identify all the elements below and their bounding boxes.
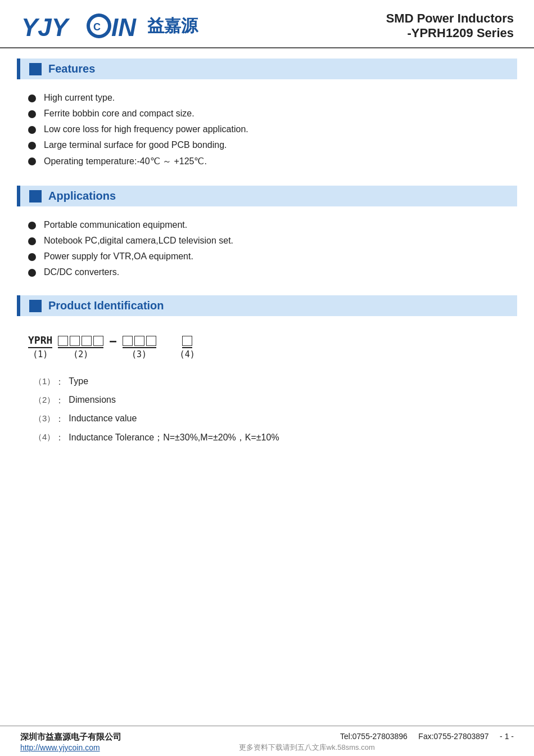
pn-label-1: (1) <box>33 349 48 359</box>
application-text: DC/DC converters. <box>44 267 119 277</box>
pn-box <box>134 336 144 346</box>
list-item: Large terminal surface for good PCB bond… <box>28 140 517 150</box>
desc-colon-1: ： <box>55 376 64 388</box>
features-section-bar: Features <box>17 58 517 79</box>
application-text: Notebook PC,digital camera,LCD televisio… <box>44 236 233 246</box>
feature-text: Ferrite bobbin core and compact size. <box>44 109 194 119</box>
feature-text: Low core loss for high frequency power a… <box>44 124 248 134</box>
bullet-icon <box>28 126 36 134</box>
bullet-icon <box>28 158 36 165</box>
footer-contact: Tel:0755-27803896 Fax:0755-27803897 - 1 … <box>340 732 514 741</box>
applications-icon <box>29 190 42 202</box>
header: YJY C IN 益嘉源 SMD Power Inductors -YPRH12… <box>0 0 534 48</box>
bullet-icon <box>28 110 36 118</box>
applications-list: Portable communication equipment. Notebo… <box>0 212 534 285</box>
product-id-title: Product Identification <box>48 299 164 312</box>
product-id-content: YPRH (1) (2) − <box>0 322 534 455</box>
footer-url-link[interactable]: http://www.yjycoin.com <box>20 743 100 752</box>
pn-box <box>123 336 133 346</box>
pn-boxes-row <box>182 336 192 346</box>
pn-separator: − <box>109 334 116 348</box>
list-item: High current type. <box>28 93 517 103</box>
title-line2: -YPRH1209 Series <box>386 26 514 40</box>
pn-boxes-row <box>58 336 103 346</box>
pn-box <box>58 336 68 346</box>
desc-num-4: （4） <box>34 432 55 443</box>
description-list: （1） ： Type （2） ： Dimensions （3） ： Induct… <box>17 365 517 455</box>
pn-label-3: (3) <box>132 349 147 359</box>
pn-box <box>182 336 192 346</box>
feature-text: Operating temperature:-40℃ ～ +125℃. <box>44 156 207 168</box>
bullet-icon <box>28 237 36 245</box>
list-item: （4） ： Inductance Tolerance；N=±30%,M=±20%… <box>34 432 506 444</box>
feature-text: Large terminal surface for good PCB bond… <box>44 140 227 150</box>
list-item: Portable communication equipment. <box>28 220 517 230</box>
features-list: High current type. Ferrite bobbin core a… <box>0 85 534 176</box>
pn-label-2: (2) <box>73 349 88 359</box>
product-id-icon <box>29 300 42 312</box>
footer-company-name: 深圳市益嘉源电子有限公司 <box>20 732 121 742</box>
pn-box-1 <box>182 336 192 348</box>
desc-text-1: Type <box>69 376 88 386</box>
bullet-icon <box>28 142 36 150</box>
list-item: DC/DC converters. <box>28 267 517 277</box>
pn-boxes-row <box>123 336 156 346</box>
desc-text-4: Inductance Tolerance；N=±30%,M=±20%，K=±10… <box>69 432 279 444</box>
desc-num-3: （3） <box>34 413 55 424</box>
pn-label-4: (4) <box>180 349 195 359</box>
desc-num-1: （1） <box>34 376 55 387</box>
list-item: （1） ： Type <box>34 376 506 388</box>
list-item: （3） ： Inductance value <box>34 413 506 425</box>
document-title: SMD Power Inductors -YPRH1209 Series <box>386 11 514 40</box>
footer-company-block: 深圳市益嘉源电子有限公司 <box>20 732 121 742</box>
list-item: Low core loss for high frequency power a… <box>28 124 517 134</box>
logo-area: YJY C IN 益嘉源 <box>20 10 198 42</box>
footer-fax-text: Fax:0755-27803897 <box>418 732 488 741</box>
bullet-icon <box>28 222 36 230</box>
pn-boxes-4 <box>58 336 103 348</box>
footer-bottom: http://www.yjycoin.com 更多资料下载请到五八文库wk.58… <box>20 742 514 753</box>
desc-colon-4: ： <box>55 432 64 444</box>
svg-text:C: C <box>93 21 101 33</box>
features-icon <box>29 63 42 75</box>
logo-svg: YJY C IN <box>20 10 144 42</box>
list-item: Operating temperature:-40℃ ～ +125℃. <box>28 156 517 168</box>
desc-text-3: Inductance value <box>69 413 137 424</box>
pn-boxes-3 <box>123 336 156 348</box>
list-item: Ferrite bobbin core and compact size. <box>28 109 517 119</box>
list-item: Power supply for VTR,OA equipment. <box>28 251 517 262</box>
application-text: Portable communication equipment. <box>44 220 187 230</box>
feature-text: High current type. <box>44 93 115 103</box>
pn-group-3: (3) <box>123 336 156 359</box>
pn-group-2: (2) <box>58 336 103 359</box>
bullet-icon <box>28 94 36 102</box>
bullet-icon <box>28 253 36 261</box>
desc-text-2: Dimensions <box>69 395 116 405</box>
footer: 深圳市益嘉源电子有限公司 Tel:0755-27803896 Fax:0755-… <box>0 726 534 756</box>
pn-prefix: YPRH <box>28 334 52 348</box>
application-text: Power supply for VTR,OA equipment. <box>44 251 193 262</box>
bullet-icon <box>28 269 36 277</box>
svg-text:YJY: YJY <box>21 14 70 41</box>
desc-colon-3: ： <box>55 413 64 425</box>
footer-top: 深圳市益嘉源电子有限公司 Tel:0755-27803896 Fax:0755-… <box>20 732 514 742</box>
footer-watermark: 更多资料下载请到五八文库wk.58sms.com <box>100 742 514 753</box>
part-number-diagram: YPRH (1) (2) − <box>17 322 517 365</box>
svg-text:IN: IN <box>111 14 137 41</box>
footer-page-number: - 1 - <box>500 732 514 741</box>
title-line1: SMD Power Inductors <box>386 11 514 26</box>
list-item: （2） ： Dimensions <box>34 395 506 407</box>
applications-title: Applications <box>48 190 116 202</box>
pn-box <box>82 336 92 346</box>
desc-colon-2: ： <box>55 395 64 407</box>
product-id-section-bar: Product Identification <box>17 295 517 316</box>
logo-graphic: YJY C IN <box>20 10 144 42</box>
pn-box <box>93 336 103 346</box>
pn-group-1: YPRH (1) <box>28 334 52 359</box>
list-item: Notebook PC,digital camera,LCD televisio… <box>28 236 517 246</box>
desc-num-2: （2） <box>34 395 55 406</box>
pn-group-4: (4) <box>180 336 195 359</box>
footer-tel-text: Tel:0755-27803896 <box>340 732 408 741</box>
features-title: Features <box>48 62 95 75</box>
pn-box <box>146 336 156 346</box>
